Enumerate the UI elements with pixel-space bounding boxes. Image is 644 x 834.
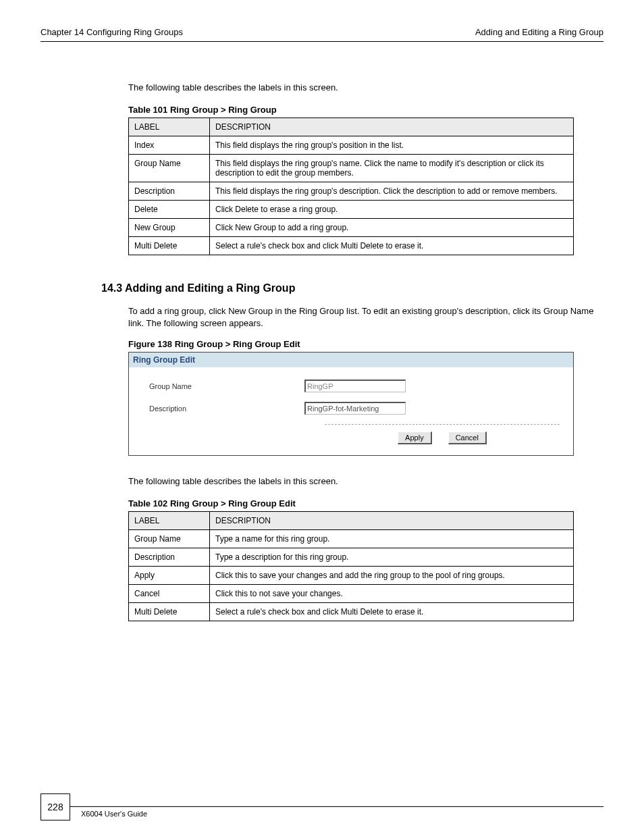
table-row: Description Type a description for this …	[129, 548, 574, 567]
table101: LABEL DESCRIPTION Index This field displ…	[128, 118, 574, 255]
chapter-label: Chapter 14 Configuring Ring Groups	[41, 27, 183, 37]
cell-label: Description	[129, 182, 210, 201]
table-row: Cancel Click this to not save your chang…	[129, 585, 574, 603]
footer-guide-title: X6004 User's Guide	[81, 810, 147, 818]
page-header: Chapter 14 Configuring Ring Groups Addin…	[41, 27, 603, 42]
cancel-button[interactable]: Cancel	[448, 432, 487, 444]
table-row: Multi Delete Select a rule's check box a…	[129, 603, 574, 621]
table101-intro: The following table describes the labels…	[128, 82, 603, 93]
table101-header-label: LABEL	[129, 118, 210, 136]
cell-label: New Group	[129, 219, 210, 237]
group-name-label: Group Name	[149, 382, 304, 390]
cell-desc: Select a rule's check box and click Mult…	[210, 237, 574, 255]
table-row: Description This field displays the ring…	[129, 182, 574, 201]
table102-header-desc: DESCRIPTION	[210, 512, 574, 530]
table-row: Group Name Type a name for this ring gro…	[129, 530, 574, 548]
cell-label: Delete	[129, 201, 210, 219]
table102-caption: Table 102 Ring Group > Ring Group Edit	[128, 498, 603, 509]
cell-desc: Type a name for this ring group.	[210, 530, 574, 548]
cell-label: Multi Delete	[129, 237, 210, 255]
cell-label: Cancel	[129, 585, 210, 603]
figure-caption: Figure 138 Ring Group > Ring Group Edit	[128, 339, 603, 349]
cell-label: Group Name	[129, 530, 210, 548]
description-label: Description	[149, 405, 304, 413]
chapter-title-right: Adding and Editing a Ring Group	[475, 27, 603, 37]
cell-label: Multi Delete	[129, 603, 210, 621]
ring-group-edit-panel: Ring Group Edit Group Name Description A…	[128, 352, 574, 456]
table-row: Index This field displays the ring group…	[129, 136, 574, 155]
cell-label: Group Name	[129, 155, 210, 182]
page-footer: 228 X6004 User's Guide	[41, 806, 603, 807]
cell-label: Description	[129, 548, 210, 567]
apply-button[interactable]: Apply	[398, 432, 432, 444]
cell-label: Apply	[129, 567, 210, 585]
cell-desc: This field displays the ring group's pos…	[210, 136, 574, 155]
table101-header-desc: DESCRIPTION	[210, 118, 574, 136]
cell-desc: This field displays the ring group's nam…	[210, 155, 574, 182]
table-row: Group Name This field displays the ring …	[129, 155, 574, 182]
table101-caption: Table 101 Ring Group > Ring Group	[128, 105, 603, 115]
table-row: Apply Click this to save your changes an…	[129, 567, 574, 585]
page-number-box: 228	[41, 793, 70, 820]
panel-title: Ring Group Edit	[129, 353, 573, 367]
cell-label: Index	[129, 136, 210, 155]
cell-desc: This field displays the ring group's des…	[210, 182, 574, 201]
table-row: Delete Click Delete to erase a ring grou…	[129, 201, 574, 219]
group-name-input[interactable]	[304, 380, 406, 392]
cell-desc: Click this to save your changes and add …	[210, 567, 574, 585]
cell-desc: Type a description for this ring group.	[210, 548, 574, 567]
description-input[interactable]	[304, 402, 406, 415]
section-paragraph: To add a ring group, click New Group in …	[128, 305, 603, 330]
table-row: Multi Delete Select a rule's check box a…	[129, 237, 574, 255]
cell-desc: Click Delete to erase a ring group.	[210, 201, 574, 219]
cell-desc: Select a rule's check box and click Mult…	[210, 603, 574, 621]
table-row: New Group Click New Group to add a ring …	[129, 219, 574, 237]
cell-desc: Click New Group to add a ring group.	[210, 219, 574, 237]
table102: LABEL DESCRIPTION Group Name Type a name…	[128, 511, 574, 621]
cell-desc: Click this to not save your changes.	[210, 585, 574, 603]
table102-header-label: LABEL	[129, 512, 210, 530]
table102-intro: The following table describes the labels…	[128, 476, 603, 486]
section-heading: 14.3 Adding and Editing a Ring Group	[101, 282, 603, 294]
